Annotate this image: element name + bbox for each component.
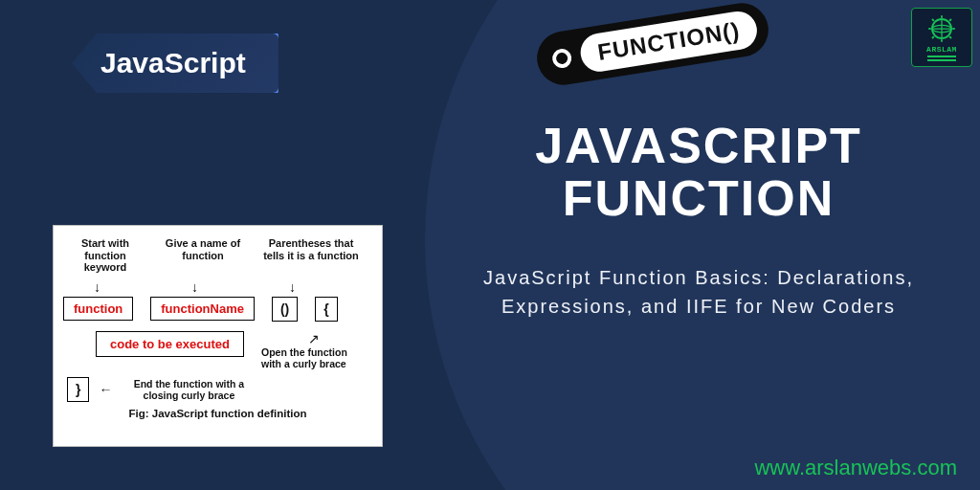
token-keyword: function (63, 297, 133, 321)
javascript-tag: JavaScript (72, 33, 278, 93)
arrow-down-icon: ↓ (94, 279, 178, 295)
diagram-caption: Fig: JavaScript function definition (63, 408, 372, 419)
label-start: Start with function keyword (63, 237, 147, 274)
bg-ellipse (425, 0, 980, 490)
token-open-brace: { (315, 297, 337, 322)
website-url: www.arslanwebs.com (754, 456, 957, 480)
globe-gear-icon (927, 14, 956, 43)
slide-canvas: JavaScript FUNCTION() ARSLAM JAVASCRIPT … (0, 0, 980, 490)
syntax-diagram-card: Start with function keyword Give a name … (53, 225, 383, 447)
logo-bars-icon (927, 56, 956, 61)
tag-ring-icon (551, 48, 573, 70)
svg-line-9 (932, 36, 934, 38)
label-name: Give a name of function (161, 237, 245, 274)
token-body: code to be executed (96, 331, 244, 357)
svg-line-8 (949, 19, 951, 21)
page-title: JAVASCRIPT FUNCTION (450, 120, 947, 224)
arrow-up-icon: ↗ (261, 331, 367, 346)
logo-text: ARSLAM (926, 45, 957, 54)
token-close-brace: } (67, 377, 89, 402)
token-identifier: functionName (150, 297, 255, 321)
label-close-brace: End the function with a closing curly br… (122, 378, 256, 401)
label-open-brace: Open the function with a curly brace (261, 346, 367, 369)
svg-line-6 (932, 19, 934, 21)
javascript-tag-label: JavaScript (100, 47, 246, 78)
token-parens: () (272, 297, 298, 322)
page-subtitle: JavaScript Function Basics: Declarations… (450, 263, 947, 321)
arrow-down-icon: ↓ (191, 279, 276, 295)
label-parens: Parentheses that tells it is a function (258, 237, 364, 274)
brand-logo: ARSLAM (911, 8, 972, 67)
arrow-down-icon: ↓ (289, 279, 312, 295)
svg-line-7 (949, 36, 951, 38)
arrow-left-icon: ← (99, 382, 112, 397)
